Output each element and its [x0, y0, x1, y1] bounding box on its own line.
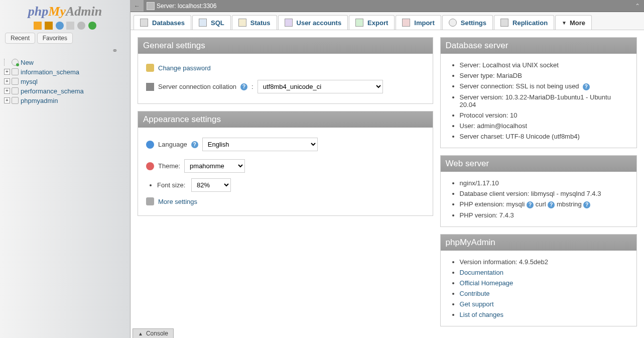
help-icon[interactable]: ?	[548, 201, 555, 208]
database-icon	[12, 87, 19, 94]
console-toggle[interactable]: ▲ Console	[133, 328, 174, 338]
homepage-link[interactable]: Official Homepage	[460, 279, 513, 287]
home-icon[interactable]	[34, 22, 42, 30]
tree-item[interactable]: + performance_schema	[3, 86, 130, 96]
fontsize-label: Font size:	[157, 181, 185, 189]
key-icon	[146, 64, 154, 72]
tab-databases[interactable]: Databases	[134, 15, 191, 30]
info-item: Version information: 4.9.5deb2	[460, 257, 628, 267]
logout-icon[interactable]	[45, 22, 53, 30]
help-icon[interactable]: ?	[527, 201, 534, 208]
favorites-tab[interactable]: Favorites	[37, 33, 73, 44]
language-icon	[146, 141, 154, 149]
tree-item[interactable]: + phpmyadmin	[3, 96, 130, 105]
tab-export[interactable]: Export	[349, 15, 395, 30]
tab-import[interactable]: Import	[396, 15, 441, 30]
import-icon	[402, 19, 410, 27]
help-icon[interactable]	[56, 22, 64, 30]
breadcrumb: ← Server: localhost:3306 ⌃	[131, 0, 644, 12]
reload-icon[interactable]	[88, 22, 96, 30]
db-link[interactable]: phpmyadmin	[21, 97, 58, 104]
tab-settings[interactable]: Settings	[442, 15, 493, 30]
wrench-icon	[146, 197, 154, 205]
database-icon	[12, 68, 19, 75]
collation-select[interactable]: utf8mb4_unicode_ci	[257, 80, 383, 93]
tab-sql[interactable]: SQL	[192, 15, 231, 30]
theme-label: Theme:	[158, 162, 180, 170]
replication-icon	[500, 19, 508, 27]
new-link[interactable]: New	[21, 59, 34, 66]
content: General settings Change password Server …	[131, 30, 644, 338]
panel-heading: phpMyAdmin	[441, 235, 636, 251]
panel-heading: General settings	[138, 38, 433, 54]
documentation-link[interactable]: Documentation	[460, 269, 503, 276]
panel-database-server: Database server Server: Localhost via UN…	[440, 37, 637, 148]
change-password-link[interactable]: Change password	[158, 64, 211, 72]
logo-my: My	[48, 4, 66, 19]
tab-status[interactable]: Status	[232, 15, 277, 30]
database-icon	[12, 78, 19, 85]
contribute-link[interactable]: Contribute	[460, 290, 490, 297]
tab-more[interactable]: ▼More	[555, 15, 592, 30]
panel-heading: Web server	[441, 156, 636, 172]
sql-icon	[199, 19, 207, 27]
breadcrumb-server[interactable]: Server: localhost:3306	[157, 3, 216, 10]
language-label: Language	[158, 141, 187, 148]
help-icon[interactable]: ?	[191, 141, 198, 148]
expand-icon[interactable]: +	[4, 88, 10, 94]
chevron-up-icon: ▲	[138, 331, 143, 336]
info-item: Server charset: UTF-8 Unicode (utf8mb4)	[460, 131, 628, 142]
support-link[interactable]: Get support	[460, 300, 494, 308]
expand-icon[interactable]: +	[4, 97, 10, 103]
export-icon	[355, 19, 363, 27]
logo-admin: Admin	[66, 4, 102, 19]
changes-link[interactable]: List of changes	[460, 311, 503, 318]
collapse-icon[interactable]: ⌃	[631, 3, 644, 10]
db-link[interactable]: information_schema	[21, 68, 79, 76]
sidebar-iconbar	[0, 21, 130, 30]
tree-item[interactable]: + mysql	[3, 77, 130, 86]
info-item: nginx/1.17.10	[460, 178, 628, 188]
recent-tab[interactable]: Recent	[5, 33, 35, 44]
help-icon[interactable]: ?	[240, 83, 247, 90]
status-icon	[238, 19, 246, 27]
logo-php: php	[28, 4, 48, 19]
logo[interactable]: phpMyAdmin	[0, 4, 130, 19]
tree-new[interactable]: New	[3, 58, 130, 67]
settings-icon[interactable]	[77, 22, 85, 30]
panel-phpmyadmin: phpMyAdmin Version information: 4.9.5deb…	[440, 234, 637, 326]
link-icon[interactable]: ⚭	[112, 47, 118, 55]
database-icon	[12, 97, 19, 104]
docs-icon[interactable]	[66, 22, 74, 30]
tab-replication[interactable]: Replication	[494, 15, 554, 30]
info-item: Server: Localhost via UNIX socket	[460, 60, 628, 70]
info-item: PHP version: 7.4.3	[460, 210, 628, 220]
info-item: Server type: MariaDB	[460, 70, 628, 81]
expand-icon[interactable]: +	[4, 69, 10, 75]
help-icon[interactable]: ?	[583, 201, 590, 208]
expand-icon[interactable]: +	[4, 78, 10, 84]
fontsize-select[interactable]: 82%	[191, 178, 231, 192]
databases-icon	[140, 19, 148, 27]
info-item: Server version: 10.3.22-MariaDB-1ubuntu1…	[460, 92, 628, 110]
db-link[interactable]: mysql	[21, 78, 38, 85]
info-item: Protocol version: 10	[460, 110, 628, 121]
top-tabs: Databases SQL Status User accounts Expor…	[131, 12, 644, 30]
main: ← Server: localhost:3306 ⌃ Databases SQL…	[131, 0, 644, 338]
panel-web-server: Web server nginx/1.17.10 Database client…	[440, 155, 637, 227]
back-button[interactable]: ←	[131, 0, 144, 12]
tab-user-accounts[interactable]: User accounts	[278, 15, 348, 30]
more-settings-link[interactable]: More settings	[158, 198, 197, 205]
new-db-icon	[12, 59, 19, 66]
panel-heading: Appearance settings	[138, 111, 433, 128]
server-icon	[147, 2, 155, 10]
db-link[interactable]: performance_schema	[21, 87, 84, 95]
info-item: User: admin@localhost	[460, 121, 628, 131]
console-label: Console	[146, 330, 168, 337]
tree-item[interactable]: + information_schema	[3, 67, 130, 77]
info-item: Server connection: SSL is not being used…	[460, 81, 628, 92]
help-icon[interactable]: ?	[583, 83, 590, 90]
theme-select[interactable]: pmahomme	[184, 159, 245, 173]
sidebar: phpMyAdmin Recent Favorites ⚭ New + info…	[0, 0, 131, 338]
language-select[interactable]: English	[202, 138, 318, 151]
